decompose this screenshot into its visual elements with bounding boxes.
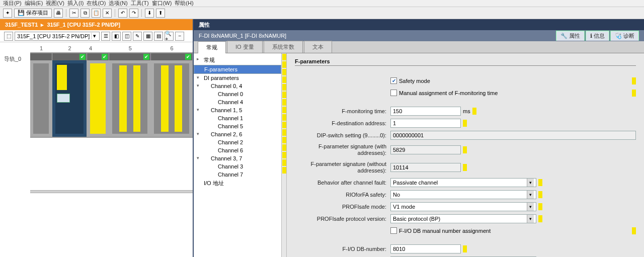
- menu-item[interactable]: 项目(P): [3, 0, 22, 7]
- menu-item[interactable]: 工具(T): [131, 0, 149, 7]
- splitter-h[interactable]: [30, 190, 193, 193]
- manual-mon-checkbox[interactable]: [390, 90, 397, 96]
- toolbar-sep: [141, 9, 142, 17]
- copy-button[interactable]: ⧉: [80, 9, 90, 18]
- hw-btn-b[interactable]: ◧: [112, 32, 121, 41]
- cut-button[interactable]: ✂: [69, 9, 78, 18]
- chevron-down-icon: ▾: [527, 191, 534, 199]
- download-button[interactable]: ⬇: [145, 9, 154, 18]
- slot-module-5[interactable]: ✔: [109, 53, 151, 137]
- upload-button[interactable]: ⬆: [156, 9, 165, 18]
- chevron-down-icon: ▾: [527, 179, 534, 187]
- beh-select[interactable]: Passivate channel▾: [390, 178, 536, 187]
- tab-general[interactable]: 常规: [198, 41, 226, 53]
- menu-item[interactable]: 插入(I): [67, 0, 84, 7]
- paste-button[interactable]: 📋: [92, 9, 101, 18]
- bc-project[interactable]: 315F_TEST1: [5, 22, 38, 28]
- hw-btn-f[interactable]: ▤: [154, 32, 163, 41]
- nav-io-address[interactable]: I/O 地址: [194, 179, 281, 188]
- nav-ch-4[interactable]: Channel 4: [194, 98, 281, 106]
- nav-ch-04[interactable]: ▾Channel 0, 4: [194, 82, 281, 90]
- tab-info[interactable]: ℹ 信息: [586, 31, 609, 41]
- nav-ch-6[interactable]: Channel 6: [194, 146, 281, 154]
- delete-button[interactable]: ✕: [103, 9, 112, 18]
- tab-label: 信息: [594, 32, 605, 40]
- f-marker: [463, 146, 467, 153]
- menu-item[interactable]: 编辑(E): [25, 0, 43, 7]
- tab-texts[interactable]: 文本: [304, 41, 332, 53]
- menu-item[interactable]: 帮助(H): [175, 0, 193, 7]
- nav-ch-0[interactable]: Channel 0: [194, 90, 281, 98]
- nav-ch-5[interactable]: Channel 5: [194, 122, 281, 130]
- slot-cpu[interactable]: ✔: [52, 53, 87, 137]
- fdest-input[interactable]: [390, 119, 461, 128]
- psm-label: PROFIsafe mode:: [295, 204, 390, 210]
- f-marker: [538, 191, 542, 198]
- save-project-button[interactable]: 💾 保存项目: [14, 9, 52, 18]
- fion-label: F-I/O DB-number:: [295, 246, 390, 252]
- chevron-down-icon: ▾: [91, 33, 97, 39]
- bc-device[interactable]: 315F_1 [CPU 315F-2 PN/DP]: [47, 22, 120, 28]
- menu-item[interactable]: 窗口(W): [152, 0, 172, 7]
- chevron-right-icon: ▸: [41, 22, 44, 28]
- hw-btn-a[interactable]: ☰: [101, 32, 110, 41]
- beh-label: Behavior after channel fault:: [295, 180, 390, 186]
- nav-ch-37[interactable]: ▾Channel 3, 7: [194, 154, 281, 162]
- nav-f-parameters[interactable]: F-parameters: [194, 65, 281, 74]
- psm-select[interactable]: V1 mode▾: [390, 202, 536, 211]
- nav-ch-7[interactable]: Channel 7: [194, 170, 281, 179]
- nav-ch-26[interactable]: ▾Channel 2, 6: [194, 130, 281, 138]
- rio-select[interactable]: No▾: [390, 190, 536, 199]
- chevron-down-icon: ▾: [527, 203, 534, 211]
- fion-input[interactable]: [390, 244, 461, 253]
- menubar[interactable]: 项目(P) 编辑(E) 视图(V) 插入(I) 在线(O) 选项(N) 工具(T…: [0, 0, 644, 7]
- fmon-input[interactable]: [390, 107, 461, 116]
- device-selector[interactable]: 315F_1 [CPU 315F-2 PN/DP] ▾: [15, 32, 100, 41]
- redo-button[interactable]: ↷: [129, 9, 138, 18]
- undo-button[interactable]: ↶: [118, 9, 127, 18]
- main-toolbar: ✦ 💾 保存项目 🖶 ✂ ⧉ 📋 ✕ ↶ ↷ ⬇ ⬆: [0, 7, 644, 19]
- inspector-pane: 属性 F-DI 8xNAMUR_1 [F-DI 8xNAMUR] 🔧 属性 ℹ …: [194, 19, 644, 257]
- zoom-out-button[interactable]: −: [175, 32, 184, 41]
- slot-narrow[interactable]: ✔: [87, 53, 109, 137]
- tab-diagnostics[interactable]: 🩺 诊断: [610, 31, 639, 41]
- menu-item[interactable]: 视图(V): [46, 0, 64, 7]
- hw-btn-e[interactable]: ▦: [143, 32, 152, 41]
- section-header: F-parameters: [295, 58, 636, 66]
- nav-ch-1[interactable]: Channel 1: [194, 114, 281, 122]
- menu-item[interactable]: 选项(N): [109, 0, 127, 7]
- fdest-label: F-destination address:: [295, 120, 390, 126]
- nav-general[interactable]: ▸常规: [194, 55, 281, 65]
- f-marker: [538, 203, 542, 210]
- nav-ch-2[interactable]: Channel 2: [194, 138, 281, 146]
- topology-button[interactable]: ⬚: [4, 32, 13, 41]
- nav-tree[interactable]: ▸常规 F-parameters ▾DI parameters ▾Channel…: [194, 53, 282, 257]
- slot-ps[interactable]: [30, 53, 52, 137]
- f-marker: [463, 164, 467, 171]
- nav-ch-15[interactable]: ▾Channel 1, 5: [194, 106, 281, 114]
- psv-select[interactable]: Basic protocol (BP)▾: [390, 214, 536, 223]
- rack-view[interactable]: 1 2 4 5 6 导轨_0 ✔ ✔: [0, 42, 193, 257]
- hw-btn-d[interactable]: ✎: [133, 32, 142, 41]
- nav-di-parameters[interactable]: ▾DI parameters: [194, 74, 281, 82]
- save-icon: 💾: [18, 10, 25, 16]
- f-marker: [632, 90, 636, 97]
- zoom-in-button[interactable]: 🔍+: [165, 32, 174, 41]
- print-button[interactable]: 🖶: [54, 9, 63, 18]
- f-marker: [538, 179, 542, 186]
- slot-num: 1: [30, 45, 52, 51]
- diag-icon: 🩺: [615, 33, 622, 39]
- save-label: 保存项目: [26, 9, 48, 17]
- new-button[interactable]: ✦: [3, 9, 12, 18]
- slot-module-6[interactable]: ✔: [151, 53, 193, 137]
- tab-io-vars[interactable]: IO 变量: [227, 41, 263, 53]
- tab-properties[interactable]: 🔧 属性: [556, 31, 585, 41]
- fio-manual-checkbox[interactable]: [390, 227, 397, 234]
- menu-item[interactable]: 在线(O): [87, 0, 106, 7]
- tab-sys-const[interactable]: 系统常数: [264, 41, 303, 53]
- nav-ch-3[interactable]: Channel 3: [194, 162, 281, 170]
- f-marker: [632, 227, 636, 234]
- safety-mode-checkbox[interactable]: ✔: [390, 77, 397, 84]
- manual-mon-label: Manual assignment of F-monitoring time: [399, 90, 498, 96]
- hw-btn-c[interactable]: ◫: [122, 32, 131, 41]
